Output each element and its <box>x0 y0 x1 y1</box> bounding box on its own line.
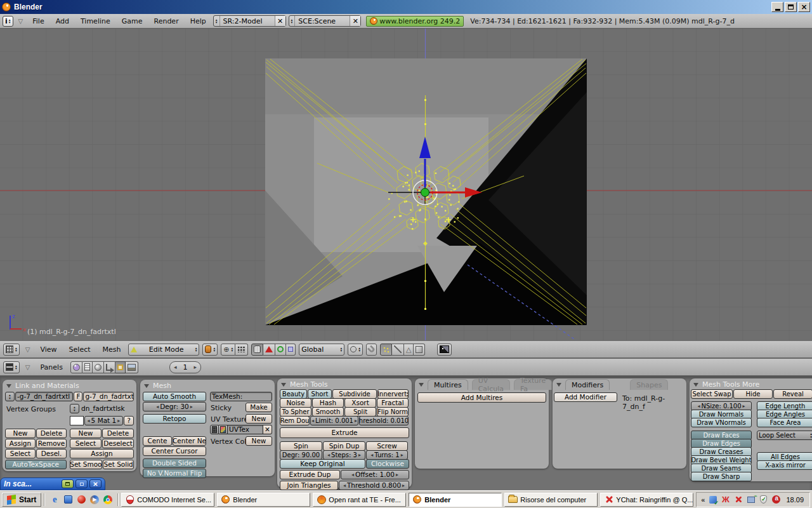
uvtex-name-field[interactable]: UVTex <box>228 425 263 434</box>
viewport-3d[interactable]: z x (1) mdl_R-g-7_dn_fadrtxtl <box>0 29 812 340</box>
material-assign-button[interactable]: Assign <box>70 449 134 458</box>
add-multires-button[interactable]: Add Multires <box>417 392 546 403</box>
vgroup-delete-button[interactable]: Delete <box>36 429 67 438</box>
collapse-icon[interactable] <box>419 383 424 387</box>
fractal-button[interactable]: Fractal <box>377 398 409 408</box>
subdivide-button[interactable]: Subdivide <box>332 389 377 399</box>
scene-selector[interactable]: ▴▾ SCE:Scene ✕ <box>289 15 362 27</box>
keep-original-toggle[interactable]: Keep Original <box>280 459 365 469</box>
red-app-icon[interactable] <box>76 495 86 505</box>
panel-header[interactable]: Modifiers Shapes <box>556 379 668 390</box>
collapse-icon[interactable] <box>693 383 698 387</box>
threshold-stepper[interactable]: hreshold: 0.010 <box>359 416 409 425</box>
loop-select-menu[interactable]: Loop Select▴▾ <box>757 431 812 440</box>
clockwise-toggle[interactable]: Clockwise <box>366 459 409 469</box>
script-context-button[interactable] <box>82 361 93 373</box>
collapse-icon[interactable] <box>6 384 11 388</box>
panel-header[interactable]: Mesh <box>144 382 171 390</box>
innervert-menu[interactable]: Innervert▴▾ <box>377 389 409 399</box>
manipulator-center[interactable] <box>421 189 429 197</box>
header-menu-toggle-icon[interactable]: ▽ <box>25 364 30 371</box>
limit-stepper[interactable]: ◂Limit: 0.001▸ <box>310 416 358 425</box>
to-sphere-button[interactable]: To Spher <box>280 407 311 417</box>
turns-stepper[interactable]: ◂Turns: 1▸ <box>366 450 408 460</box>
select-mode-edge-button[interactable] <box>392 344 404 356</box>
tab-multires[interactable]: Multires <box>428 379 468 390</box>
start-button[interactable]: Start <box>2 493 41 507</box>
centre-new-button[interactable]: Center Ne <box>173 436 206 446</box>
texmesh-field[interactable]: TexMesh: <box>210 392 272 401</box>
reveal-button[interactable]: Reveal <box>773 389 812 399</box>
tab-texture-face[interactable]: Texture Fa <box>514 379 552 390</box>
blue-app-icon[interactable] <box>63 495 73 505</box>
tab-uv-calculation[interactable]: UV Calcula <box>472 379 510 390</box>
orientation-selector[interactable]: Global ▴▾ <box>299 344 344 356</box>
face-area-toggle[interactable]: Face Area <box>757 418 812 427</box>
autotexspace-toggle[interactable]: AutoTexSpace <box>5 460 67 469</box>
tab-modifiers[interactable]: Modifiers <box>565 379 610 390</box>
vgroup-new-button[interactable]: New <box>5 429 36 438</box>
header-menu-toggle-icon[interactable]: ▽ <box>25 346 30 353</box>
close-button[interactable]: × <box>798 2 810 12</box>
task-my-computer[interactable]: Risorse del computer <box>504 493 598 507</box>
menu-mesh[interactable]: Mesh <box>98 345 126 354</box>
flip-normals-button[interactable]: Flip Norm <box>377 407 409 417</box>
panel-header[interactable]: Link and Materials <box>6 382 79 390</box>
logic-context-button[interactable] <box>70 361 82 373</box>
close-button[interactable]: ✕ <box>89 479 102 488</box>
frame-prev-icon[interactable]: ◂ <box>174 364 177 370</box>
manipulator-toggle-button[interactable] <box>251 344 263 356</box>
frame-next-icon[interactable]: ▸ <box>193 364 197 370</box>
mesh-datablock-field[interactable]: -g-7_dn_fadrtxtl <box>15 392 74 401</box>
task-firefox[interactable]: Open rant at TE - Fre... <box>313 493 406 507</box>
tray-adblock-icon[interactable] <box>771 495 781 504</box>
internet-explorer-icon[interactable]: e <box>49 495 60 505</box>
material-color-swatch[interactable] <box>70 416 84 425</box>
screen-browse-button[interactable]: ▴▾ <box>214 16 220 26</box>
menu-help[interactable]: Help <box>186 17 211 25</box>
scene-name[interactable]: SCE:Scene <box>295 17 350 25</box>
spin-button[interactable]: Spin <box>280 441 322 451</box>
maximize-button[interactable] <box>785 2 797 12</box>
material-help-button[interactable]: ? <box>124 416 134 425</box>
object-context-button[interactable] <box>104 361 115 373</box>
split-button[interactable]: Split <box>344 407 376 417</box>
window-type-button[interactable]: i▴▾ <box>3 16 13 27</box>
degr-90-stepper[interactable]: Degr: 90.00 <box>280 450 322 460</box>
editor-type-button[interactable]: ▴▾ <box>3 344 20 356</box>
double-sided-toggle[interactable]: Double Sided <box>143 458 206 468</box>
extrude-dup-button[interactable]: Extrude Dup <box>280 470 340 479</box>
panel-header[interactable]: Multires UV Calcula Texture Fa <box>419 379 552 390</box>
join-threshold-stepper[interactable]: ◂Threshold 0.800▸ <box>339 481 409 490</box>
fake-user-button[interactable]: F <box>74 392 82 401</box>
shading-context-button[interactable] <box>93 361 104 373</box>
mode-selector[interactable]: Edit Mode ▴▾ <box>128 344 199 356</box>
vgroup-assign-button[interactable]: Assign <box>5 439 36 448</box>
panels-label[interactable]: Panels <box>36 363 67 371</box>
centre-cursor-button[interactable]: Center Cursor <box>143 446 206 456</box>
vgroup-browse-button[interactable]: ▴▾ <box>70 404 79 413</box>
collapse-icon[interactable] <box>144 384 149 388</box>
degr-stepper[interactable]: ◂Degr: 30▸ <box>143 402 206 411</box>
pivot-align-button[interactable] <box>235 344 248 356</box>
scene-browse-button[interactable]: ▴▾ <box>289 16 296 26</box>
panel-header[interactable]: Mesh Tools More <box>693 380 759 389</box>
add-modifier-button[interactable]: Add Modifier <box>554 392 617 402</box>
menu-view[interactable]: View <box>36 345 61 354</box>
uvtex-image-button[interactable] <box>219 425 228 434</box>
pivot-selector[interactable]: ⊕ ▴▾ <box>221 344 235 356</box>
editing-context-button[interactable] <box>115 361 126 373</box>
minimize-button[interactable] <box>75 479 88 488</box>
task-ychat[interactable]: YChat: Raingriffin @ Q... <box>600 493 693 507</box>
collapse-icon[interactable] <box>281 383 286 387</box>
select-mode-face-button[interactable]: △ <box>404 344 414 356</box>
mesh-browse-button[interactable]: ▴▾ <box>5 392 15 401</box>
offset-stepper[interactable]: ◂Offset: 1.00▸ <box>341 470 409 479</box>
vgroup-remove-button[interactable]: Remove <box>36 439 67 448</box>
remove-doubles-button[interactable]: Rem Dou <box>280 416 310 425</box>
screen-delete-button[interactable]: ✕ <box>275 16 285 26</box>
screen-name[interactable]: SR:2-Model <box>220 17 275 25</box>
x-axis-mirror-toggle[interactable]: X-axis mirror <box>757 460 812 470</box>
noise-button[interactable]: Noise <box>280 398 311 408</box>
screw-button[interactable]: Screw <box>366 441 408 451</box>
